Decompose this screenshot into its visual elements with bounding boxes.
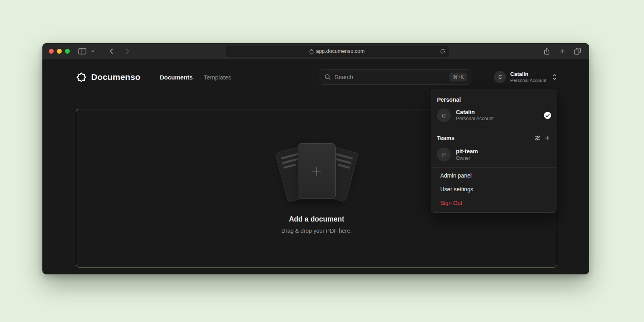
team-name: pit-team [456,148,551,155]
account-name: Catalin [510,71,546,77]
documenso-logo-icon [76,72,87,83]
chevron-up-down-icon [552,74,557,80]
close-button[interactable] [49,49,54,54]
manage-teams-button[interactable] [533,133,542,143]
browser-toolbar: app.documenso.com [42,43,589,59]
menu-item-sign-out[interactable]: Sign Out [431,196,557,210]
lock-icon [309,49,314,54]
chevron-right-icon [125,48,130,54]
add-team-button[interactable] [542,133,552,143]
sidebar-toggle-button[interactable] [77,46,88,56]
menu-item-admin-panel[interactable]: Admin panel [431,169,557,182]
personal-avatar: C [437,109,451,122]
nav-templates[interactable]: Templates [204,74,231,81]
team-item[interactable]: P pit-team Owner [431,145,557,166]
document-cards-illustration [274,142,360,203]
plus-icon [544,135,550,141]
back-button[interactable] [106,46,117,56]
personal-account-item[interactable]: C Catalin Personal Account [431,106,557,127]
search-input[interactable] [335,74,446,80]
chevron-left-icon [109,48,113,54]
new-tab-button[interactable] [557,46,567,56]
menu-divider [431,128,557,128]
team-avatar: P [437,148,451,161]
main-nav: Documents Templates [160,74,231,81]
plus-icon [310,164,324,178]
document-card-center [298,143,336,199]
nav-documents[interactable]: Documents [160,74,193,81]
plus-icon [559,48,565,54]
search-icon [324,74,331,80]
team-role: Owner [456,155,551,162]
toolbar-left-group [77,46,133,56]
dropzone-title: Add a document [289,215,344,224]
refresh-icon [440,48,445,54]
minimize-button[interactable] [57,49,62,54]
account-dropdown-menu: Personal C Catalin Personal Account Team… [431,90,557,213]
search-shortcut-badge: ⌘+K [450,73,467,82]
forward-button[interactable] [122,46,133,56]
team-names: pit-team Owner [456,148,551,161]
tabs-icon [574,48,581,55]
history-buttons [106,46,133,56]
dropzone-subtitle: Drag & drop your PDF here. [281,228,351,234]
app-header: Documenso Documents Templates ⌘+K C Cata… [42,59,589,85]
brand[interactable]: Documenso [76,72,140,83]
zoom-button[interactable] [65,49,70,54]
toolbar-right-group [542,46,583,56]
personal-name: Catalin [456,109,539,116]
url-text: app.documenso.com [316,48,365,54]
sidebar-menu-chevron-button[interactable] [90,46,96,56]
refresh-button[interactable] [440,48,445,54]
sliders-icon [534,135,541,141]
browser-window: app.documenso.com [42,43,589,274]
menu-divider [431,167,557,168]
account-avatar: C [494,71,506,83]
personal-type: Personal Account [456,116,539,122]
account-type: Personal Account [510,77,546,84]
menu-item-user-settings[interactable]: User settings [431,182,557,196]
share-button[interactable] [542,46,552,56]
selected-check-icon [544,112,551,119]
tab-overview-button[interactable] [572,46,583,56]
share-icon [544,48,550,55]
account-names: Catalin Personal Account [510,71,546,84]
teams-section-header: Teams [431,129,557,145]
brand-name: Documenso [91,72,140,82]
account-menu-button[interactable]: C Catalin Personal Account [494,71,557,84]
personal-names: Catalin Personal Account [456,109,539,122]
personal-section-label: Personal [431,92,557,106]
address-bar[interactable]: app.documenso.com [226,46,449,57]
search-box[interactable]: ⌘+K [319,69,470,85]
sidebar-icon [78,48,86,54]
window-controls [49,49,70,54]
chevron-down-icon [91,50,94,52]
teams-section-label: Teams [437,135,533,141]
